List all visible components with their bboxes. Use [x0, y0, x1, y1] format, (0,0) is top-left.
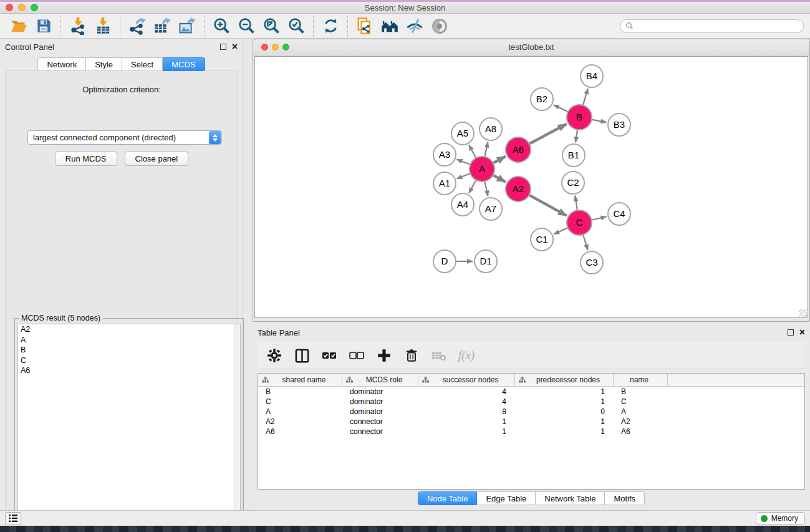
zoom-window-button[interactable] — [31, 4, 38, 11]
table-cell[interactable]: 1 — [418, 417, 515, 426]
table-cell[interactable]: 1 — [515, 427, 614, 436]
table-cell[interactable]: dominator — [342, 387, 418, 396]
table-cell[interactable]: 4 — [418, 387, 515, 396]
tab-motifs[interactable]: Motifs — [605, 491, 645, 505]
table-cell[interactable]: 1 — [418, 427, 515, 436]
close-panel-button[interactable]: Close panel — [125, 152, 189, 166]
edge-B-B1[interactable] — [576, 130, 577, 142]
result-item[interactable]: A6 — [18, 365, 240, 376]
run-mcds-button[interactable]: Run MCDS — [55, 152, 117, 166]
edge-A-A2[interactable] — [493, 175, 505, 182]
window-resize-grip[interactable] — [799, 309, 807, 317]
table-cell[interactable]: 1 — [515, 397, 614, 406]
table-cell[interactable]: 0 — [515, 407, 614, 416]
table-cell[interactable]: B — [614, 387, 668, 396]
network-zoom-button[interactable] — [282, 44, 289, 51]
table-cell[interactable]: A2 — [258, 417, 342, 426]
column-header-predecessor-nodes[interactable]: predecessor nodes — [515, 374, 614, 386]
column-header-MCDS-role[interactable]: MCDS role — [342, 374, 418, 386]
search-input[interactable] — [637, 22, 798, 31]
edge-A-A4[interactable] — [469, 180, 476, 193]
zoom-out-button[interactable] — [234, 15, 259, 37]
result-item[interactable]: C — [18, 355, 240, 366]
table-row[interactable]: Adominator80A — [258, 407, 804, 417]
table-cell[interactable]: A6 — [258, 427, 342, 436]
zoom-fit-button[interactable] — [259, 15, 284, 37]
tab-mcds[interactable]: MCDS — [163, 57, 205, 71]
table-cell[interactable]: B — [258, 387, 342, 396]
edge-C-C4[interactable] — [592, 216, 607, 220]
table-cell[interactable]: 1 — [515, 387, 614, 396]
table-row[interactable]: A2connector11A2 — [258, 417, 804, 427]
show-all-networks-button[interactable] — [377, 15, 402, 37]
memory-button[interactable]: Memory — [756, 512, 805, 525]
close-table-panel-icon[interactable]: × — [799, 329, 805, 336]
criterion-dropdown[interactable]: largest connected component (directed) — [27, 130, 222, 145]
table-settings-button[interactable] — [264, 345, 285, 366]
hide-graphics-details-button[interactable] — [402, 15, 427, 37]
edge-A2-C[interactable] — [529, 195, 566, 216]
table-cell[interactable]: dominator — [342, 397, 418, 406]
table-cell[interactable]: C — [614, 397, 668, 406]
import-table-button[interactable] — [90, 15, 115, 37]
network-graph[interactable]: B4B2BB3A8A5A6A3B1AC2A1A2A4A7C4CC1C3DD1 — [255, 57, 808, 317]
tab-node-table[interactable]: Node Table — [418, 491, 478, 505]
open-file-button[interactable] — [6, 15, 31, 37]
table-cell[interactable]: 4 — [418, 397, 515, 406]
result-item[interactable]: B — [18, 345, 240, 355]
tab-network-table[interactable]: Network Table — [536, 491, 605, 505]
toolbar-search[interactable] — [620, 19, 804, 33]
task-history-button[interactable] — [5, 512, 21, 525]
clear-all-columns-button[interactable] — [346, 345, 367, 366]
split-columns-button[interactable] — [291, 345, 312, 366]
edge-A-A6[interactable] — [494, 157, 506, 163]
export-image-button[interactable] — [175, 15, 200, 37]
table-cell[interactable]: A2 — [614, 417, 668, 426]
table-cell[interactable]: connector — [342, 417, 418, 426]
result-item[interactable]: A2 — [18, 324, 240, 335]
table-cell[interactable]: dominator — [342, 407, 418, 416]
delete-column-button[interactable] — [401, 345, 422, 366]
table-cell[interactable]: 1 — [515, 417, 614, 426]
export-table-button[interactable] — [150, 15, 175, 37]
show-eye-button[interactable] — [427, 15, 452, 37]
table-cell[interactable]: connector — [342, 427, 418, 436]
column-header-successor-nodes[interactable]: successor nodes — [418, 374, 515, 386]
column-header-shared-name[interactable]: shared name — [258, 374, 342, 386]
mcds-result-list[interactable]: A2ABCA6 — [17, 324, 241, 528]
tab-network[interactable]: Network — [37, 57, 86, 71]
table-row[interactable]: Bdominator41B — [258, 387, 804, 397]
network-close-button[interactable] — [261, 44, 268, 51]
result-item[interactable]: A — [18, 335, 240, 346]
table-row[interactable]: Cdominator41C — [258, 397, 804, 407]
table-cell[interactable]: A — [614, 407, 668, 416]
tab-select[interactable]: Select — [122, 57, 163, 71]
create-column-button[interactable] — [374, 345, 395, 366]
edge-A-A3[interactable] — [457, 160, 470, 165]
edge-B-B3[interactable] — [592, 120, 607, 122]
tab-style[interactable]: Style — [86, 57, 122, 71]
result-list-scrollbar[interactable] — [234, 324, 240, 528]
network-minimize-button[interactable] — [272, 44, 279, 51]
edge-A-A5[interactable] — [469, 145, 476, 157]
refresh-button[interactable] — [318, 15, 343, 37]
table-cell[interactable]: A — [258, 407, 342, 416]
edge-A-A1[interactable] — [457, 174, 470, 179]
minimize-window-button[interactable] — [18, 4, 26, 11]
tab-edge-table[interactable]: Edge Table — [477, 491, 536, 505]
table-cell[interactable]: A6 — [614, 427, 668, 436]
import-network-button[interactable] — [65, 15, 90, 37]
close-window-button[interactable] — [6, 4, 13, 11]
table-cell[interactable]: C — [258, 397, 342, 406]
edge-B-B2[interactable] — [554, 105, 567, 112]
column-header-name[interactable]: name — [614, 374, 668, 386]
float-panel-icon[interactable] — [220, 44, 226, 50]
export-network-button[interactable] — [125, 15, 150, 37]
edge-A6-B[interactable] — [530, 124, 567, 143]
edge-C-C1[interactable] — [554, 228, 567, 235]
duplicate-network-button[interactable] — [352, 15, 377, 37]
float-table-panel-icon[interactable] — [788, 329, 794, 336]
table-row[interactable]: A6connector11A6 — [258, 427, 804, 437]
edge-A-A7[interactable] — [485, 182, 488, 196]
network-canvas[interactable]: B4B2BB3A8A5A6A3B1AC2A1A2A4A7C4CC1C3DD1 — [254, 56, 808, 318]
